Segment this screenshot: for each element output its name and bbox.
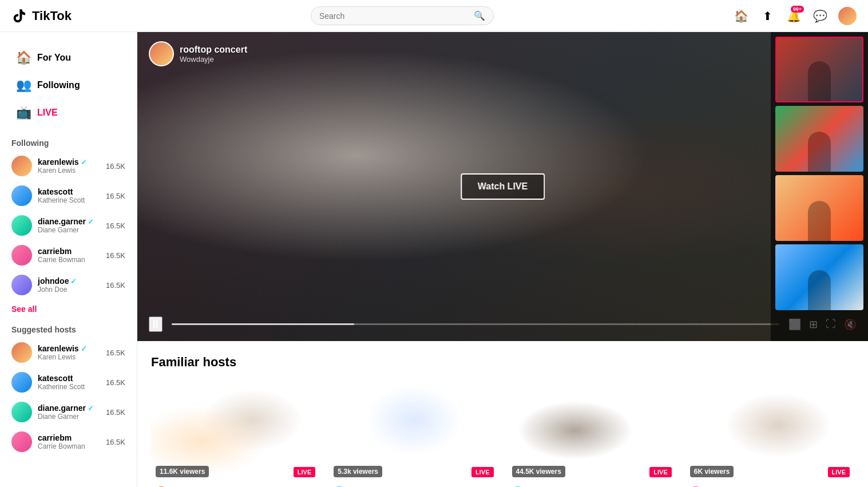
live-nav-icon: 📺 [16, 105, 31, 120]
upload-icon[interactable]: ⬆ [759, 8, 775, 24]
following-user-item[interactable]: karenlewis✓ Karen Lewis 16.5K [0, 338, 137, 367]
user-handle: diane.garner✓ [38, 403, 94, 413]
video-card[interactable]: 44.5K viewers LIVE Follow us for more va… [508, 379, 676, 487]
main-content: rooftop concert Wowdayje 👥 3485 LIVE Wat… [137, 32, 868, 487]
following-user-item[interactable]: karenlewis✓ Karen Lewis 16.5K [0, 151, 137, 181]
sidebar-item-label-for-you: For You [37, 53, 71, 63]
progress-bar[interactable] [172, 323, 779, 325]
stream-user-info: rooftop concert Wowdayje [149, 41, 247, 66]
user-display-name: Diane Garner [38, 226, 94, 234]
following-nav-icon: 👥 [16, 78, 31, 93]
user-follower-count: 16.5K [106, 281, 125, 290]
user-avatar [11, 156, 32, 176]
messages-icon[interactable]: 💬 [812, 8, 828, 24]
verified-icon: ✓ [70, 277, 77, 286]
sidebar: 🏠 For You 👥 Following 📺 LIVE Following k… [0, 32, 137, 487]
user-display-name: Karen Lewis [38, 167, 87, 175]
notifications-icon[interactable]: 🔔 99+ [786, 8, 802, 24]
cards-grid: 11.6K viewers LIVE Celtics @ Heat | NBA … [151, 379, 854, 487]
sidebar-item-label-live: LIVE [37, 108, 58, 118]
verified-icon: ✓ [88, 404, 94, 413]
user-display-name: Carrie Bowman [38, 256, 85, 264]
user-info: carriebm Carrie Bowman [38, 433, 85, 450]
sidebar-item-for-you[interactable]: 🏠 For You [5, 45, 132, 71]
familiar-hosts-title: Familiar hosts [151, 355, 854, 370]
following-user-item[interactable]: katescott Katherine Scott 16.5K [0, 181, 137, 211]
see-all-button[interactable]: See all [0, 300, 137, 318]
verified-icon: ✓ [88, 217, 94, 226]
stream-username: Wowdayje [180, 55, 247, 64]
card-live-badge: LIVE [828, 467, 850, 477]
following-user-item[interactable]: carriebm Carrie Bowman 16.5K [0, 427, 137, 457]
video-card[interactable]: 5.3k viewers LIVE Had so much fun with t… [329, 379, 498, 487]
header: TikTok 🔍 🏠 ⬆ 🔔 99+ 💬 [0, 0, 868, 32]
card-thumbnail: 6K viewers LIVE [685, 379, 854, 482]
following-user-left: johndoe✓ John Doe [11, 275, 77, 295]
following-user-left: carriebm Carrie Bowman [11, 431, 85, 452]
following-user-left: diane.garner✓ Diane Garner [11, 402, 94, 422]
user-display-name: John Doe [38, 286, 77, 294]
tiktok-logo-icon [11, 8, 27, 24]
thumb-person-1 [808, 61, 831, 101]
suggested-section-label: Suggested hosts [0, 318, 137, 338]
sidebar-nav: 🏠 For You 👥 Following 📺 LIVE [0, 39, 137, 132]
card-viewer-count: 5.3k viewers [334, 466, 382, 477]
sidebar-item-live[interactable]: 📺 LIVE [5, 100, 132, 126]
search-input[interactable] [319, 11, 469, 21]
card-thumbnail: 44.5K viewers LIVE [508, 379, 676, 482]
verified-icon: ✓ [81, 158, 87, 167]
logo[interactable]: TikTok [11, 8, 72, 24]
pause-button[interactable]: ⏸ [149, 316, 162, 332]
home-icon[interactable]: 🏠 [733, 8, 749, 24]
user-handle: johndoe✓ [38, 276, 77, 286]
user-handle: katescott [38, 187, 85, 196]
user-info: katescott Katherine Scott [38, 374, 85, 391]
watch-live-button[interactable]: Watch LIVE [461, 173, 545, 200]
user-avatar [11, 402, 32, 422]
sidebar-item-following[interactable]: 👥 Following [5, 72, 132, 98]
following-users-list: karenlewis✓ Karen Lewis 16.5K katescott … [0, 151, 137, 300]
user-avatar [11, 372, 32, 393]
thumb-person-3 [808, 201, 831, 241]
user-follower-count: 16.5K [106, 408, 125, 417]
following-user-item[interactable]: katescott Katherine Scott 16.5K [0, 367, 137, 397]
following-user-item[interactable]: johndoe✓ John Doe 16.5K [0, 270, 137, 300]
streamer-avatar[interactable] [149, 41, 174, 66]
logo-text: TikTok [32, 9, 72, 23]
layout: 🏠 For You 👥 Following 📺 LIVE Following k… [0, 32, 868, 487]
following-user-item[interactable]: diane.garner✓ Diane Garner 16.5K [0, 397, 137, 427]
thumb-person-4 [808, 270, 831, 310]
following-user-item[interactable]: diane.garner✓ Diane Garner 16.5K [0, 211, 137, 240]
user-display-name: Katherine Scott [38, 383, 85, 391]
card-live-badge: LIVE [471, 467, 493, 477]
notification-badge: 99+ [791, 6, 804, 13]
following-user-item[interactable]: carriebm Carrie Bowman 16.5K [0, 240, 137, 270]
user-handle: carriebm [38, 433, 85, 442]
thumbnail-3[interactable] [775, 175, 863, 241]
card-thumbnail: 11.6K viewers LIVE [151, 379, 320, 482]
video-card[interactable]: 6K viewers LIVE Soaking up the gorgeous … [685, 379, 854, 487]
hero-video: rooftop concert Wowdayje 👥 3485 LIVE Wat… [137, 32, 868, 341]
stream-info: rooftop concert Wowdayje [180, 45, 247, 64]
thumbnail-4[interactable] [775, 244, 863, 310]
following-section-label: Following [0, 132, 137, 151]
search-icon[interactable]: 🔍 [474, 10, 485, 21]
following-user-left: katescott Katherine Scott [11, 185, 85, 206]
user-avatar [11, 245, 32, 266]
stream-title: rooftop concert [180, 45, 247, 55]
video-card[interactable]: 11.6K viewers LIVE Celtics @ Heat | NBA … [151, 379, 320, 487]
search-bar[interactable]: 🔍 [311, 6, 494, 25]
thumbnail-1[interactable] [775, 37, 863, 102]
user-info: diane.garner✓ Diane Garner [38, 403, 94, 421]
thumbnail-2[interactable] [775, 106, 863, 172]
home-nav-icon: 🏠 [16, 50, 31, 65]
card-live-badge: LIVE [649, 467, 671, 477]
user-avatar[interactable] [838, 7, 857, 25]
user-follower-count: 16.5K [106, 221, 125, 230]
following-user-left: karenlewis✓ Karen Lewis [11, 156, 87, 176]
following-user-left: katescott Katherine Scott [11, 372, 85, 393]
hero-controls: ⏸ ⬜ ⊞ ⛶ 🔇 [149, 316, 857, 332]
thumb-person-2 [808, 132, 831, 172]
user-handle: katescott [38, 374, 85, 383]
user-info: katescott Katherine Scott [38, 187, 85, 204]
